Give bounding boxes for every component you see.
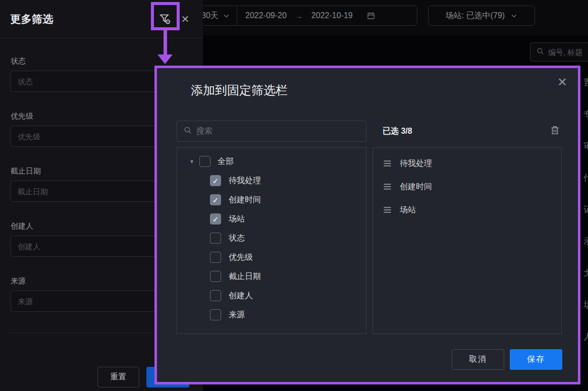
checkbox[interactable] bbox=[210, 309, 221, 320]
selected-item-label: 场站 bbox=[400, 205, 416, 215]
clipped-glyph: 人 bbox=[583, 332, 588, 341]
screen: 30天 2022-09-20 → 2022-10-19 场站: 已选中(79) bbox=[0, 0, 588, 391]
field-label: 状态 bbox=[11, 57, 203, 66]
selected-item-label: 创建时间 bbox=[400, 182, 432, 192]
tree-item-root[interactable]: ▾ 全部 bbox=[177, 152, 366, 171]
tree-item-label: 优先级 bbox=[229, 252, 253, 263]
selected-item[interactable]: 场站 bbox=[373, 198, 561, 221]
arrow-right-icon: → bbox=[295, 12, 303, 20]
tree-item[interactable]: 优先级 bbox=[177, 248, 366, 267]
tree-children: ✓ 待我处理 ✓ 创建时间 ✓ 场站 状态 优先级 截止日期 创建人 来源 bbox=[177, 171, 366, 324]
add-to-pinned-filters-modal: ✕ 添加到固定筛选栏 已选 3/8 ▾ 全部 ✓ 待我处理 ✓ 创建时间 bbox=[154, 66, 580, 384]
drag-handle-icon[interactable] bbox=[383, 160, 392, 167]
clipped-glyph: 示 bbox=[583, 237, 588, 246]
tree-item[interactable]: ✓ 场站 bbox=[177, 209, 366, 229]
reset-button[interactable]: 重置 bbox=[97, 367, 139, 387]
tree-item-label: 来源 bbox=[229, 310, 245, 320]
checkbox[interactable] bbox=[210, 271, 221, 282]
checkbox[interactable] bbox=[210, 233, 221, 244]
annotation-highlight-box bbox=[151, 2, 180, 30]
tree-item-label: 全部 bbox=[218, 156, 234, 167]
selected-fields-panel: 待我处理 创建时间 场站 bbox=[372, 147, 562, 334]
chevron-down-icon bbox=[511, 13, 517, 19]
search-icon bbox=[184, 126, 192, 136]
checkbox[interactable] bbox=[199, 156, 210, 167]
selected-count-label: 已选 3/8 bbox=[383, 126, 412, 137]
modal-title: 添加到固定筛选栏 bbox=[191, 82, 288, 98]
annotation-arrow-line bbox=[164, 30, 167, 55]
date-range-picker[interactable]: 2022-09-20 → 2022-10-19 bbox=[237, 6, 417, 26]
tree-item-label: 场站 bbox=[229, 214, 245, 225]
date-range-control: 30天 2022-09-20 → 2022-10-19 bbox=[192, 6, 417, 26]
search-icon bbox=[537, 47, 544, 57]
tree-item-label: 状态 bbox=[229, 233, 245, 244]
checkbox[interactable] bbox=[210, 290, 221, 301]
selected-item-label: 待我处理 bbox=[400, 158, 432, 169]
clipped-glyph: 审 bbox=[583, 142, 588, 150]
clipped-table-text: 置专审代记示戈场人 bbox=[583, 75, 588, 357]
tree-item-label: 创建时间 bbox=[229, 195, 261, 205]
selected-item[interactable]: 待我处理 bbox=[373, 152, 561, 175]
drawer-title: 更多筛选 bbox=[10, 12, 156, 26]
modal-close-icon[interactable]: ✕ bbox=[557, 76, 567, 88]
tree-item-label: 截止日期 bbox=[229, 271, 261, 282]
date-start-value: 2022-09-20 bbox=[245, 11, 287, 20]
tree-item[interactable]: 截止日期 bbox=[177, 267, 366, 286]
trash-icon bbox=[550, 125, 560, 136]
global-search-box[interactable] bbox=[530, 42, 588, 62]
chevron-down-icon bbox=[223, 13, 230, 19]
tree-item-label: 创建人 bbox=[229, 291, 253, 301]
date-end-value: 2022-10-19 bbox=[311, 11, 353, 20]
tree-item[interactable]: 来源 bbox=[177, 305, 366, 324]
checkbox[interactable] bbox=[210, 252, 221, 263]
clear-selected-button[interactable] bbox=[548, 124, 561, 137]
tree-item[interactable]: ✓ 待我处理 bbox=[177, 171, 366, 190]
caret-down-icon[interactable]: ▾ bbox=[188, 158, 195, 165]
clipped-glyph: 置 bbox=[583, 78, 588, 87]
clipped-glyph: 戈 bbox=[583, 269, 588, 277]
tree-item-label: 待我处理 bbox=[229, 176, 261, 186]
station-filter-value: 场站: 已选中(79) bbox=[446, 11, 505, 21]
checkbox[interactable]: ✓ bbox=[210, 213, 221, 225]
drawer-close-icon[interactable]: ✕ bbox=[178, 11, 193, 28]
modal-search-input[interactable] bbox=[196, 127, 358, 136]
tree-item[interactable]: ✓ 创建时间 bbox=[177, 190, 366, 209]
annotation-arrow-head bbox=[157, 54, 173, 64]
field-tree-panel: ▾ 全部 ✓ 待我处理 ✓ 创建时间 ✓ 场站 状态 优先级 截止日期 创建人 … bbox=[177, 147, 366, 334]
tree-item[interactable]: 创建人 bbox=[177, 286, 366, 305]
modal-search-box[interactable] bbox=[177, 121, 366, 142]
clipped-glyph: 场 bbox=[583, 301, 588, 309]
clipped-glyph: 专 bbox=[583, 110, 588, 119]
clipped-glyph: 代 bbox=[583, 174, 588, 182]
station-filter-select[interactable]: 场站: 已选中(79) bbox=[428, 6, 535, 26]
drag-handle-icon[interactable] bbox=[383, 206, 392, 213]
drag-handle-icon[interactable] bbox=[383, 183, 392, 190]
calendar-icon bbox=[367, 12, 375, 20]
range-preset-value: 30天 bbox=[201, 11, 219, 21]
cancel-button[interactable]: 取消 bbox=[452, 349, 504, 370]
tree-item[interactable]: 状态 bbox=[177, 229, 366, 248]
clipped-glyph: 记 bbox=[583, 205, 588, 214]
checkbox[interactable]: ✓ bbox=[210, 194, 221, 205]
selected-item[interactable]: 创建时间 bbox=[373, 175, 561, 198]
checkbox[interactable]: ✓ bbox=[210, 175, 221, 186]
save-button[interactable]: 保存 bbox=[510, 349, 562, 370]
global-search-input[interactable] bbox=[548, 48, 588, 57]
